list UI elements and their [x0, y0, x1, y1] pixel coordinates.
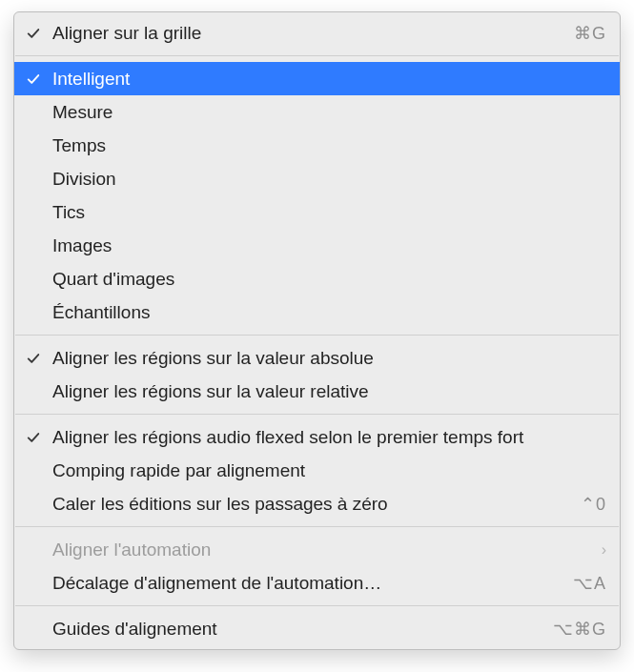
menu-item-check-slot — [14, 72, 52, 86]
menu-item[interactable]: Images — [14, 229, 620, 262]
check-icon — [27, 352, 40, 365]
menu-item: Aligner l'automation› — [14, 533, 620, 566]
menu-item-label: Tics — [52, 202, 606, 223]
menu-separator — [15, 526, 619, 527]
menu-item-check-slot — [14, 431, 52, 444]
chevron-right-icon: › — [596, 542, 606, 558]
menu-item-label: Temps — [52, 135, 606, 156]
menu-item[interactable]: Guides d'alignement⌥⌘G — [14, 612, 620, 645]
menu-item[interactable]: Mesure — [14, 95, 620, 129]
menu-item-label: Quart d'images — [52, 269, 606, 290]
menu-item[interactable]: Aligner sur la grille⌘G — [14, 16, 620, 50]
menu-item[interactable]: Caler les éditions sur les passages à zé… — [14, 487, 620, 520]
menu-item-check-slot — [14, 352, 52, 365]
menu-item-label: Aligner les régions sur la valeur absolu… — [52, 348, 606, 369]
menu-item-label: Décalage d'alignement de l'automation… — [52, 573, 549, 594]
menu-item[interactable]: Aligner les régions audio flexed selon l… — [14, 420, 620, 454]
menu-item-label: Aligner l'automation — [52, 540, 596, 560]
check-icon — [27, 72, 40, 86]
menu-item-label: Images — [52, 235, 606, 256]
menu-item[interactable]: Échantillons — [14, 295, 620, 329]
menu-item-shortcut: ⌥A — [549, 573, 606, 594]
menu-item-shortcut: ⌃0 — [549, 494, 606, 515]
menu-item[interactable]: Aligner les régions sur la valeur relati… — [14, 375, 620, 408]
check-icon — [27, 431, 40, 444]
menu-separator — [15, 414, 619, 415]
menu-item-label: Caler les éditions sur les passages à zé… — [52, 494, 549, 515]
menu-separator — [15, 335, 619, 336]
menu-item[interactable]: Comping rapide par alignement — [14, 454, 620, 487]
menu-item[interactable]: Décalage d'alignement de l'automation…⌥A — [14, 566, 620, 600]
snap-menu: Aligner sur la grille⌘GIntelligentMesure… — [13, 11, 621, 650]
menu-item-shortcut: ⌥⌘G — [549, 619, 606, 640]
menu-item-label: Intelligent — [52, 69, 606, 90]
menu-item[interactable]: Division — [14, 162, 620, 195]
menu-item[interactable]: Temps — [14, 129, 620, 162]
menu-item-label: Comping rapide par alignement — [52, 460, 606, 481]
check-icon — [27, 27, 40, 40]
menu-item-label: Guides d'alignement — [52, 619, 549, 640]
menu-item[interactable]: Intelligent — [14, 62, 620, 95]
menu-separator — [15, 605, 619, 606]
menu-item[interactable]: Tics — [14, 195, 620, 229]
menu-item-shortcut: ⌘G — [549, 23, 606, 44]
menu-item-check-slot — [14, 27, 52, 40]
menu-item-label: Mesure — [52, 102, 606, 123]
menu-item-label: Aligner les régions audio flexed selon l… — [52, 427, 606, 448]
menu-item-label: Division — [52, 169, 606, 190]
menu-item-label: Échantillons — [52, 302, 606, 323]
menu-item[interactable]: Aligner les régions sur la valeur absolu… — [14, 341, 620, 375]
menu-item-label: Aligner sur la grille — [52, 23, 549, 44]
menu-item-label: Aligner les régions sur la valeur relati… — [52, 381, 606, 402]
menu-separator — [15, 55, 619, 56]
menu-item[interactable]: Quart d'images — [14, 262, 620, 295]
